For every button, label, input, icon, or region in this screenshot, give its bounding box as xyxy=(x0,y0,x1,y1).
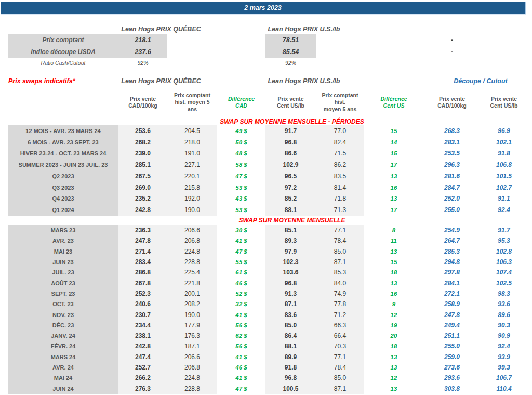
cutout-cad: 296.3 xyxy=(423,159,481,170)
difference-cad: 48 $ xyxy=(217,148,265,160)
row-label: Q3 2023 xyxy=(8,182,118,193)
prix-vente-us: 96.8 xyxy=(265,137,316,148)
report-page: 2 mars 2023 Lean Hogs PRIX QUÉBEC Lean H… xyxy=(0,0,532,395)
prix-vente-us: 89.9 xyxy=(265,352,316,362)
col-header-prix-vente-us: Prix vente Cent US/lb xyxy=(265,88,316,117)
difference-us: 13 xyxy=(364,278,423,288)
difference-cad: 62 $ xyxy=(217,331,265,341)
prix-vente-cad: 235.2 xyxy=(118,193,167,205)
row-label: Q4 2023 xyxy=(8,193,118,205)
prix-comptant-hist-us: 83.5 xyxy=(316,170,364,182)
table-row: FÉVR. 24242.8187.156 $88.170.318255.092.… xyxy=(8,341,527,351)
row-label: SEPT. 23 xyxy=(8,288,118,299)
prix-comptant-hist-us: 87.1 xyxy=(316,383,364,393)
row-label: MAI 23 xyxy=(8,246,118,257)
prix-vente-cad: 234.4 xyxy=(118,320,167,331)
difference-us: 16 xyxy=(364,288,423,299)
spot-price-table: Lean Hogs PRIX QUÉBEC Lean Hogs PRIX U.S… xyxy=(8,24,527,68)
prix-vente-us: 91.8 xyxy=(265,362,316,373)
cutout-us: 98.3 xyxy=(481,288,527,299)
spacer xyxy=(481,24,527,34)
prix-comptant-hist-us: 85.0 xyxy=(316,373,364,383)
cutout-cad: 281.6 xyxy=(423,170,481,182)
cutout-us: 102.5 xyxy=(481,278,527,288)
cutout-cad: 284.7 xyxy=(423,182,481,193)
spot-us-header: Lean Hogs PRIX U.S./lb xyxy=(255,24,353,34)
spot-qc-value: 218.1 xyxy=(118,34,167,46)
table-row: AOÛT 23267.8221.846 $96.884.013284.1102.… xyxy=(8,278,527,288)
difference-us: 15 xyxy=(364,148,423,160)
prix-vente-cad: 230.7 xyxy=(118,309,167,320)
cutout-cad: 259.0 xyxy=(423,352,481,362)
prix-vente-cad: 276.3 xyxy=(118,383,167,393)
table-row: MAI 23271.4224.847 $97.985.013285.3102.8 xyxy=(8,246,527,257)
difference-cad: 30 $ xyxy=(217,225,265,235)
cutout-cad: 253.5 xyxy=(423,148,481,160)
row-label: MARS 23 xyxy=(8,225,118,235)
cutout-us: 102.7 xyxy=(481,182,527,193)
row-label: SUMMER 2023 - JUIN 23 JUIL. 23 xyxy=(8,159,118,170)
prix-vente-us: 96.8 xyxy=(265,278,316,288)
prix-vente-us: 103.6 xyxy=(265,267,316,278)
difference-cad: 53 $ xyxy=(217,182,265,193)
prix-comptant-hist-cad: 225.4 xyxy=(167,267,217,278)
prix-vente-cad: 267.8 xyxy=(118,278,167,288)
row-label: JANV. 24 xyxy=(8,331,118,341)
row-label: OCT. 23 xyxy=(8,299,118,309)
row-label: JUIL. 23 xyxy=(8,267,118,278)
prix-vente-us: 100.5 xyxy=(265,383,316,393)
table-row: 6 MOIS - AVR. 23 SEPT. 23268.2218.050 $9… xyxy=(8,137,527,148)
cutout-cad: 283.1 xyxy=(423,137,481,148)
prix-comptant-hist-cad: 187.1 xyxy=(167,341,217,351)
cutout-us: 110.4 xyxy=(481,383,527,393)
cutout-cad: 249.4 xyxy=(423,320,481,331)
cutout-cad: 284.1 xyxy=(423,278,481,288)
spot-cutout-value: - xyxy=(423,46,481,58)
row-label: MARS 24 xyxy=(8,352,118,362)
row-label: 12 MOIS - AVR. 23 MARS 24 xyxy=(8,125,118,137)
prix-comptant-hist-cad: 177.9 xyxy=(167,320,217,331)
prix-vente-cad: 236.3 xyxy=(118,225,167,235)
cutout-us: 89.6 xyxy=(481,309,527,320)
difference-us: 17 xyxy=(364,204,423,216)
row-label: DÉC. 23 xyxy=(8,320,118,331)
prix-comptant-hist-cad: 191.0 xyxy=(167,148,217,160)
cutout-us: 102.1 xyxy=(481,137,527,148)
difference-us: 13 xyxy=(364,170,423,182)
prix-vente-us: 96.8 xyxy=(265,373,316,383)
date-banner: 2 mars 2023 xyxy=(1,2,526,15)
difference-cad: 58 $ xyxy=(217,159,265,170)
spot-qc-value: 237.6 xyxy=(118,46,167,58)
difference-us: 18 xyxy=(364,341,423,351)
cutout-us: 95.3 xyxy=(481,235,527,246)
table-row: JUIL. 23286.8225.461 $103.685.318297.810… xyxy=(8,267,527,278)
difference-us: 20 xyxy=(364,331,423,341)
prix-vente-us: 97.9 xyxy=(265,246,316,257)
difference-cad: 41 $ xyxy=(217,352,265,362)
prix-comptant-hist-us: 85.0 xyxy=(316,246,364,257)
cutout-us: 101.5 xyxy=(481,170,527,182)
table-row: JANV. 24238.1176.362 $86.466.420251.190.… xyxy=(8,331,527,341)
prix-vente-us: 97.2 xyxy=(265,182,316,193)
difference-cad: 61 $ xyxy=(217,267,265,278)
difference-cad: 47 $ xyxy=(217,383,265,393)
prix-comptant-hist-cad: 200.1 xyxy=(167,288,217,299)
col-header-prix-comptant-hist-us: Prix comptant hist. moyen 5 ans xyxy=(316,88,364,117)
prix-comptant-hist-cad: 192.0 xyxy=(167,193,217,205)
prix-comptant-hist-us: 86.2 xyxy=(316,159,364,170)
prix-vente-us: 91.7 xyxy=(265,125,316,137)
row-label: NOV. 23 xyxy=(8,309,118,320)
cutout-us: 93.9 xyxy=(481,352,527,362)
swaps-header-row: Prix swaps indicatifs* Lean Hogs PRIX QU… xyxy=(8,76,527,86)
difference-cad: 49 $ xyxy=(217,125,265,137)
table-row: SEPT. 23252.3200.152 $91.374.916272.198.… xyxy=(8,288,527,299)
row-label: HIVER 23-24 - OCT. 23 MARS 24 xyxy=(8,148,118,160)
difference-us: 13 xyxy=(364,246,423,257)
cutout-us: 90.9 xyxy=(481,331,527,341)
prix-comptant-hist-cad: 220.1 xyxy=(167,170,217,182)
difference-us: 14 xyxy=(364,137,423,148)
prix-comptant-hist-cad: 228.8 xyxy=(167,383,217,393)
prix-comptant-hist-cad: 206.6 xyxy=(167,225,217,235)
col-header-difference-us: Différence Cent US xyxy=(364,88,423,117)
cutout-cad: 297.8 xyxy=(423,267,481,278)
